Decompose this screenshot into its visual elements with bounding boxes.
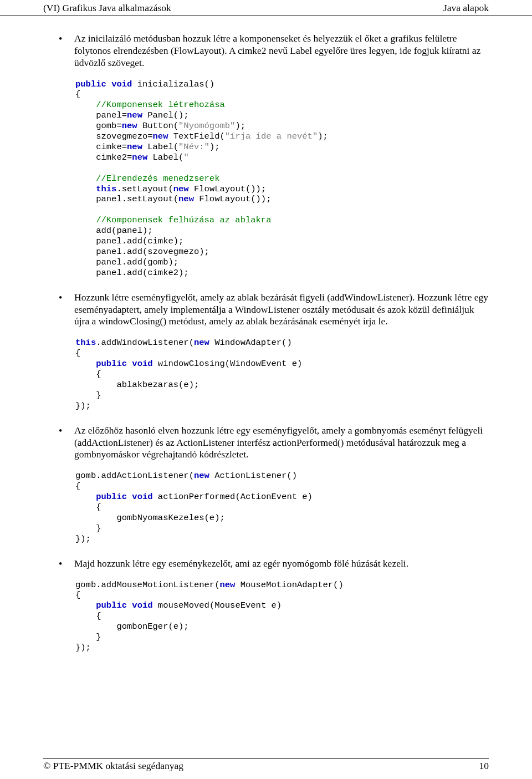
code-block-window-listener: this.addWindowListener(new WindowAdapter… <box>75 338 489 411</box>
paragraph: Hozzunk létre eseményfigyelőt, amely az … <box>74 292 489 328</box>
bullet-list: Az előzőhöz hasonló elven hozzunk létre … <box>43 425 489 461</box>
list-item: Hozzunk létre eseményfigyelőt, amely az … <box>59 292 489 328</box>
bullet-list: Majd hozzunk létre egy eseménykezelőt, a… <box>43 558 489 570</box>
code-block-action-listener: gomb.addActionListener(new ActionListene… <box>75 471 489 544</box>
footer-left: © PTE-PMMK oktatási segédanyag <box>43 760 183 772</box>
header-left: (VI) Grafikus Java alkalmazások <box>43 2 171 14</box>
bullet-list: Az inicilaizáló metódusban hozzuk létre … <box>43 33 489 69</box>
list-item: Majd hozzunk létre egy eseménykezelőt, a… <box>59 558 489 570</box>
paragraph: Az előzőhöz hasonló elven hozzunk létre … <box>74 425 489 461</box>
page-number: 10 <box>479 760 489 772</box>
page-content: Az inicilaizáló metódusban hozzuk létre … <box>0 16 532 653</box>
paragraph: Az inicilaizáló metódusban hozzuk létre … <box>74 33 489 69</box>
bullet-list: Hozzunk létre eseményfigyelőt, amely az … <box>43 292 489 328</box>
code-block-mouse-motion: gomb.addMouseMotionListener(new MouseMot… <box>75 580 489 653</box>
code-block-inicializalas: public void inicializalas() { //Komponen… <box>75 79 489 278</box>
list-item: Az inicilaizáló metódusban hozzuk létre … <box>59 33 489 69</box>
list-item: Az előzőhöz hasonló elven hozzunk létre … <box>59 425 489 461</box>
paragraph: Majd hozzunk létre egy eseménykezelőt, a… <box>74 558 489 570</box>
page-footer: © PTE-PMMK oktatási segédanyag 10 <box>0 759 532 772</box>
header-right: Java alapok <box>443 2 489 14</box>
page-header: (VI) Grafikus Java alkalmazások Java ala… <box>0 0 532 16</box>
